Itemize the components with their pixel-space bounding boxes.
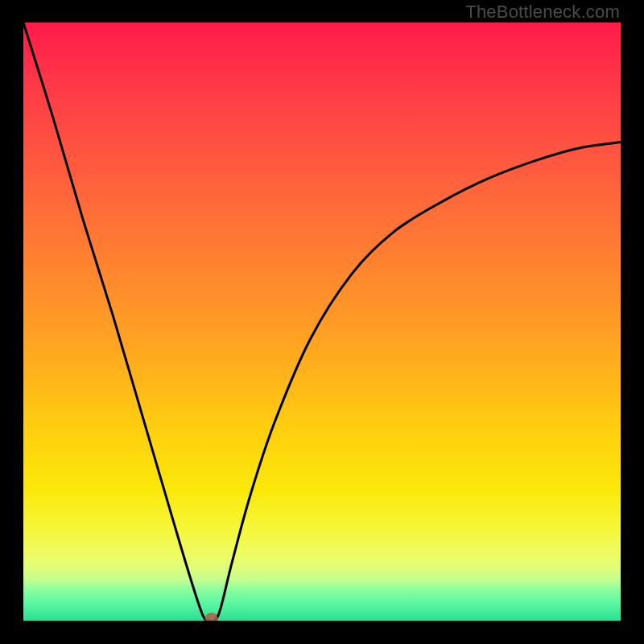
chart-frame: TheBottleneck.com — [0, 0, 644, 644]
curve-layer — [23, 23, 621, 621]
plot-area — [23, 23, 621, 621]
watermark-text: TheBottleneck.com — [465, 2, 620, 23]
minimum-marker — [205, 613, 218, 621]
bottleneck-curve-path — [23, 23, 621, 621]
